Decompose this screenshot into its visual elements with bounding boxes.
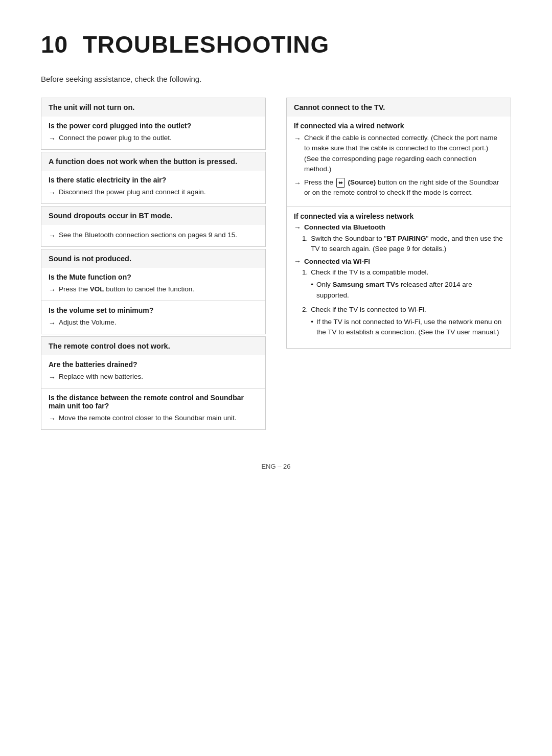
intro-text: Before seeking assistance, check the fol… (41, 75, 511, 83)
arrow-icon: → (294, 133, 301, 144)
page-footer: ENG – 26 (41, 463, 511, 470)
arrow-icon: → (294, 223, 301, 232)
wifi-bullet-1: • Only Samsung smart TVs released after … (311, 280, 503, 301)
bluetooth-section-title: → Connected via Bluetooth (294, 223, 503, 232)
section-header-unit-wont-turn-on: The unit will not turn on. (41, 98, 265, 117)
wifi-steps: 1. Check if the TV is a compatible model… (302, 267, 503, 340)
source-icon: ⬌ (336, 178, 345, 188)
section-sound-not-produced: Sound is not produced. Is the Mute funct… (41, 249, 266, 334)
section-function-not-work: A function does not work when the button… (41, 152, 266, 204)
distance-section-content: Is the distance between the remote contr… (41, 388, 265, 429)
wired-network-title: If connected via a wired network (294, 122, 503, 130)
arrow-icon: → (49, 318, 56, 329)
section-sound-dropouts: Sound dropouts occur in BT mode. → See t… (41, 206, 266, 247)
section-header-cannot-connect: Cannot connect to the TV. (287, 98, 511, 117)
volume-section-content: Is the volume set to minimum? → Adjust t… (41, 301, 265, 334)
answer-bluetooth: → See the Bluetooth connection sections … (49, 230, 258, 241)
question-volume: Is the volume set to minimum? (49, 306, 258, 314)
wifi-step-1: 1. Check if the TV is a compatible model… (302, 267, 503, 303)
arrow-icon: → (49, 231, 56, 241)
arrow-icon: → (49, 414, 56, 424)
question-power-cord: Is the power cord plugged into the outle… (49, 122, 258, 130)
answer-batteries: → Replace with new batteries. (49, 372, 258, 383)
function-section-content: Is there static electricity in the air? … (41, 171, 265, 203)
wifi-step-2: 2. Check if the TV is connected to Wi-Fi… (302, 305, 503, 340)
section-header-sound-dropouts: Sound dropouts occur in BT mode. (41, 207, 265, 225)
arrow-icon: → (49, 188, 56, 198)
answer-static: → Disconnect the power plug and connect … (49, 187, 258, 198)
answer-mute: → Press the VOL button to cancel the fun… (49, 284, 258, 295)
bluetooth-steps: 1. Switch the Soundbar to "BT PAIRING" m… (302, 234, 503, 255)
question-distance: Is the distance between the remote contr… (49, 394, 258, 410)
wireless-network-title: If connected via a wireless network (294, 212, 503, 220)
bullet-icon: • (311, 317, 313, 338)
wired-network-section: If connected via a wired network → Check… (287, 117, 511, 207)
bluetooth-step-1: 1. Switch the Soundbar to "BT PAIRING" m… (302, 234, 503, 255)
section-unit-wont-turn-on: The unit will not turn on. Is the power … (41, 98, 266, 150)
answer-volume: → Adjust the Volume. (49, 317, 258, 329)
arrow-icon: → (49, 372, 56, 383)
batteries-section-content: Are the batteries drained? → Replace wit… (41, 355, 265, 388)
unit-section-content: Is the power cord plugged into the outle… (41, 117, 265, 149)
question-static: Is there static electricity in the air? (49, 176, 258, 184)
dropouts-section-content: → See the Bluetooth connection sections … (41, 225, 265, 246)
main-content: The unit will not turn on. Is the power … (41, 98, 511, 432)
answer-distance: → Move the remote control closer to the … (49, 413, 258, 424)
left-column: The unit will not turn on. Is the power … (41, 98, 266, 432)
section-remote-not-work: The remote control does not work. Are th… (41, 336, 266, 430)
wired-answer-2: → Press the ⬌ (Source) button on the rig… (294, 177, 503, 198)
arrow-icon: → (49, 285, 56, 295)
bullet-icon: • (311, 280, 313, 301)
page-title: 10 TROUBLESHOOTING (41, 31, 511, 58)
section-cannot-connect-tv: Cannot connect to the TV. If connected v… (286, 98, 511, 349)
arrow-icon: → (294, 257, 301, 265)
wireless-network-section: If connected via a wireless network → Co… (287, 207, 511, 348)
wifi-bullet-2: • If the TV is not connected to Wi-Fi, u… (311, 317, 503, 338)
wired-answer-1: → Check if the cable is connected correc… (294, 133, 503, 174)
question-mute: Is the Mute function on? (49, 273, 258, 281)
arrow-icon: → (294, 178, 301, 189)
question-batteries: Are the batteries drained? (49, 360, 258, 369)
section-header-sound-not-produced: Sound is not produced. (41, 249, 265, 268)
wifi-section-title: → Connected via Wi-Fi (294, 257, 503, 265)
right-column: Cannot connect to the TV. If connected v… (286, 98, 511, 432)
arrow-icon: → (49, 133, 56, 144)
answer-power-cord: → Connect the power plug to the outlet. (49, 133, 258, 144)
section-header-function-not-work: A function does not work when the button… (41, 152, 265, 171)
mute-section-content: Is the Mute function on? → Press the VOL… (41, 268, 265, 301)
section-header-remote-not-work: The remote control does not work. (41, 337, 265, 355)
